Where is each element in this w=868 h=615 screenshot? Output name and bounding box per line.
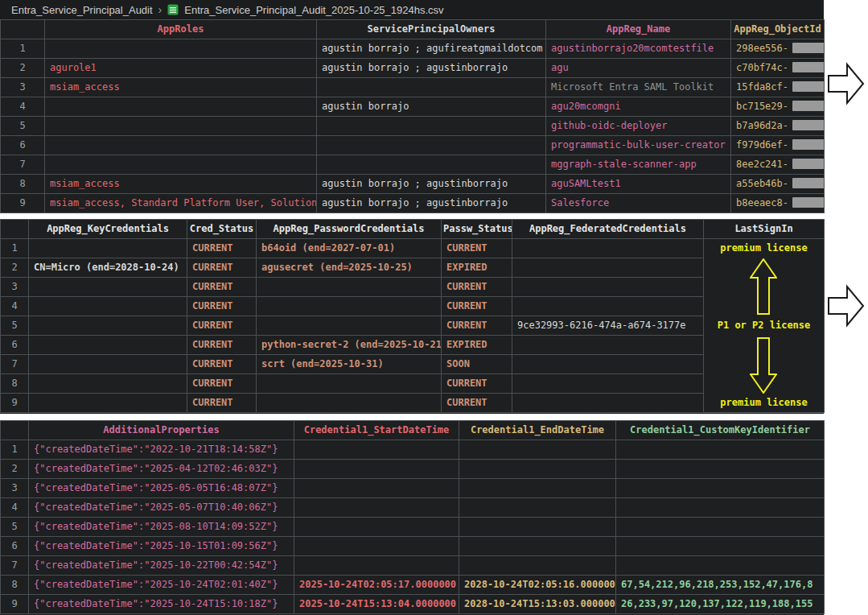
t3-cell-keyid-r1[interactable]	[616, 440, 825, 460]
t3-header-rownum[interactable]	[1, 421, 29, 440]
t2-header-keycred[interactable]: AppReg_KeyCredentials	[29, 220, 187, 239]
t2-header-passcred[interactable]: AppReg_PasswordCredentials	[257, 220, 442, 239]
t1-cell-owners-r2[interactable]: agustin borrajo ; agustinborrajo	[317, 59, 546, 78]
t3-cell-addprops-r3[interactable]: {"createdDateTime":"2025-05-05T16:48:07Z…	[29, 479, 294, 498]
t1-cell-approles-r8[interactable]: msiam_access	[45, 175, 317, 194]
t1-cell-n-r1[interactable]: 1	[1, 39, 45, 59]
t3-cell-start-r1[interactable]	[294, 440, 459, 460]
t2-cell-keycred-r8[interactable]	[29, 374, 187, 394]
t3-cell-end-r5[interactable]	[459, 518, 616, 537]
t1-cell-name-r2[interactable]: agu	[546, 59, 731, 78]
t2-header-credstatus[interactable]: Cred_Status	[187, 220, 257, 239]
t2-cell-credstatus-r4[interactable]: CURRENT	[187, 297, 257, 316]
t2-cell-passstatus-r4[interactable]: CURRENT	[442, 297, 512, 316]
t2-cell-passstatus-r2[interactable]: EXPIRED	[442, 258, 512, 278]
t3-cell-n-r3[interactable]: 3	[1, 479, 29, 498]
t2-cell-passcred-r2[interactable]: agusecret (end=2025-10-25)	[257, 258, 442, 278]
t3-cell-start-r5[interactable]	[294, 518, 459, 537]
t2-cell-n-r5[interactable]: 5	[1, 316, 29, 336]
t2-cell-fedcred-r5[interactable]: 9ce32993-6216-474a-a674-3177e	[512, 316, 704, 336]
t2-cell-lastsignin-r9[interactable]: premium license	[704, 394, 825, 413]
t1-cell-objectid-r1[interactable]: 298ee556-	[731, 39, 825, 59]
t3-cell-end-r9[interactable]: 2028-10-24T15:13:03.000000	[459, 595, 616, 614]
t1-cell-name-r1[interactable]: agustinborrajo20mcomtestfile	[546, 39, 731, 59]
t3-cell-keyid-r2[interactable]	[616, 460, 825, 479]
t1-cell-objectid-r7[interactable]: 8ee2c241-	[731, 155, 825, 175]
t1-cell-objectid-r9[interactable]: b8eeaec8-	[731, 194, 825, 213]
t3-header-end[interactable]: Credential1_EndDateTime	[459, 421, 616, 440]
t2-cell-passcred-r7[interactable]: scrt (end=2025-10-31)	[257, 355, 442, 374]
t1-cell-approles-r1[interactable]	[45, 39, 317, 59]
t2-cell-passcred-r8[interactable]	[257, 374, 442, 394]
t1-cell-approles-r2[interactable]: agurole1	[45, 59, 317, 78]
t3-cell-end-r8[interactable]: 2028-10-24T02:05:16.000000	[459, 576, 616, 595]
t2-cell-fedcred-r1[interactable]	[512, 239, 704, 258]
t2-cell-lastsignin-r1[interactable]: premium license	[704, 239, 825, 258]
t3-cell-end-r2[interactable]	[459, 460, 616, 479]
t2-cell-passcred-r4[interactable]	[257, 297, 442, 316]
t3-cell-n-r8[interactable]: 8	[1, 576, 29, 595]
breadcrumb-folder[interactable]: Entra_Service_Principal_Audit	[11, 4, 153, 16]
t1-cell-name-r5[interactable]: github-oidc-deployer	[546, 117, 731, 136]
t3-cell-addprops-r6[interactable]: {"createdDateTime":"2025-10-15T01:09:56Z…	[29, 537, 294, 556]
t1-cell-n-r3[interactable]: 3	[1, 78, 45, 97]
t2-cell-fedcred-r3[interactable]	[512, 278, 704, 297]
t2-cell-credstatus-r6[interactable]: CURRENT	[187, 336, 257, 355]
t2-cell-keycred-r2[interactable]: CN=Micro (end=2028-10-24)	[29, 258, 187, 278]
t3-cell-start-r2[interactable]	[294, 460, 459, 479]
t2-cell-fedcred-r2[interactable]	[512, 258, 704, 278]
t2-cell-passstatus-r5[interactable]: CURRENT	[442, 316, 512, 336]
t3-cell-keyid-r5[interactable]	[616, 518, 825, 537]
t2-cell-n-r9[interactable]: 9	[1, 394, 29, 413]
t3-cell-keyid-r9[interactable]: 26,233,97,120,137,122,119,188,155	[616, 595, 825, 614]
t2-cell-fedcred-r9[interactable]	[512, 394, 704, 413]
t2-cell-keycred-r6[interactable]	[29, 336, 187, 355]
t1-header-name[interactable]: AppReg_Name	[546, 20, 731, 39]
t2-cell-fedcred-r8[interactable]	[512, 374, 704, 394]
t2-cell-passstatus-r9[interactable]: CURRENT	[442, 394, 512, 413]
t1-header-objectid[interactable]: AppReg_ObjectId	[731, 20, 825, 39]
t1-cell-n-r9[interactable]: 9	[1, 194, 45, 213]
t3-cell-n-r2[interactable]: 2	[1, 460, 29, 479]
t2-cell-passstatus-r3[interactable]: CURRENT	[442, 278, 512, 297]
t1-cell-owners-r6[interactable]	[317, 136, 546, 155]
t1-cell-objectid-r3[interactable]: 15fda8cf-	[731, 78, 825, 97]
t1-cell-owners-r1[interactable]: agustin borrajo ; agufireatgmaildotcom	[317, 39, 546, 59]
t1-cell-n-r8[interactable]: 8	[1, 175, 45, 194]
t1-header-rownum[interactable]	[1, 20, 45, 39]
t2-cell-passcred-r9[interactable]	[257, 394, 442, 413]
t1-header-owners[interactable]: ServicePrincipalOwners	[317, 20, 546, 39]
t1-cell-owners-r4[interactable]: agustin borrajo	[317, 97, 546, 117]
t2-header-passstatus[interactable]: Passw_Status	[442, 220, 512, 239]
t2-cell-fedcred-r4[interactable]	[512, 297, 704, 316]
t3-cell-addprops-r2[interactable]: {"createdDateTime":"2025-04-12T02:46:03Z…	[29, 460, 294, 479]
t2-cell-passstatus-r1[interactable]: CURRENT	[442, 239, 512, 258]
t2-cell-credstatus-r5[interactable]: CURRENT	[187, 316, 257, 336]
t1-cell-owners-r9[interactable]: agustin borrajo ; agustinborrajo	[317, 194, 546, 213]
t3-cell-n-r9[interactable]: 9	[1, 595, 29, 614]
t2-cell-passstatus-r8[interactable]: CURRENT	[442, 374, 512, 394]
t3-cell-keyid-r8[interactable]: 67,54,212,96,218,253,152,47,176,8	[616, 576, 825, 595]
t1-cell-n-r4[interactable]: 4	[1, 97, 45, 117]
t1-cell-objectid-r2[interactable]: c70bf74c-	[731, 59, 825, 78]
t2-cell-credstatus-r1[interactable]: CURRENT	[187, 239, 257, 258]
t2-cell-passcred-r3[interactable]	[257, 278, 442, 297]
t3-cell-n-r6[interactable]: 6	[1, 537, 29, 556]
t1-cell-owners-r7[interactable]	[317, 155, 546, 175]
t1-cell-owners-r5[interactable]	[317, 117, 546, 136]
t3-cell-keyid-r6[interactable]	[616, 537, 825, 556]
t3-cell-addprops-r4[interactable]: {"createdDateTime":"2025-05-07T10:40:06Z…	[29, 498, 294, 518]
t2-cell-fedcred-r6[interactable]	[512, 336, 704, 355]
t3-cell-start-r7[interactable]	[294, 556, 459, 576]
t1-cell-n-r5[interactable]: 5	[1, 117, 45, 136]
t2-cell-n-r3[interactable]: 3	[1, 278, 29, 297]
t3-cell-start-r8[interactable]: 2025-10-24T02:05:17.0000000	[294, 576, 459, 595]
t1-cell-name-r3[interactable]: Microsoft Entra SAML Toolkit	[546, 78, 731, 97]
t1-cell-approles-r6[interactable]	[45, 136, 317, 155]
t2-cell-keycred-r1[interactable]	[29, 239, 187, 258]
t1-cell-approles-r4[interactable]	[45, 97, 317, 117]
t2-cell-credstatus-r8[interactable]: CURRENT	[187, 374, 257, 394]
t1-cell-name-r9[interactable]: Salesforce	[546, 194, 731, 213]
t2-cell-keycred-r5[interactable]	[29, 316, 187, 336]
t3-cell-keyid-r4[interactable]	[616, 498, 825, 518]
